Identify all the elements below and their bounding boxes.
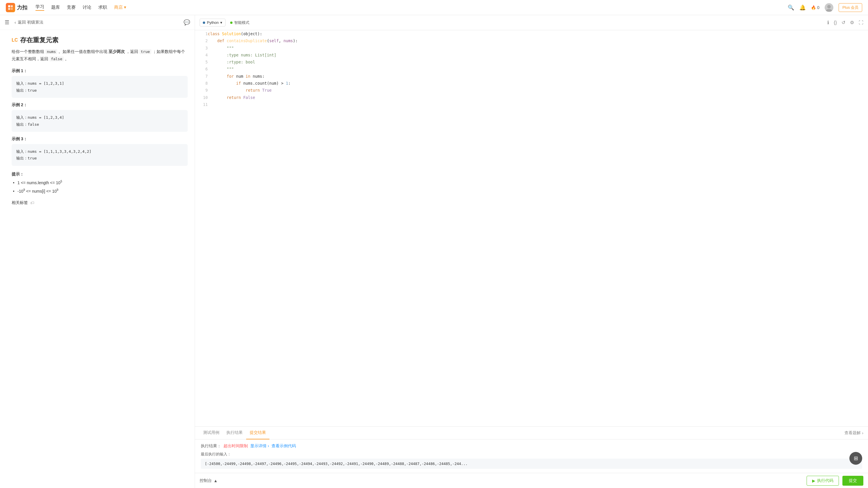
float-icon: ⊞ xyxy=(854,455,858,461)
back-button[interactable]: ‹ 返回 初级算法 xyxy=(14,20,43,25)
nav-right: 🔍 🔔 🔥 0 Plus 会员 xyxy=(788,3,862,12)
example-2-box: 输入：nums = [1,2,3,4] 输出：false xyxy=(12,110,188,132)
svg-rect-3 xyxy=(11,8,13,10)
sidebar-toggle[interactable]: ☰ xyxy=(5,19,9,26)
nav-items: 学习 题库 竞赛 讨论 求职 商店 ▾ xyxy=(35,4,126,11)
nav-item-study[interactable]: 学习 xyxy=(35,4,44,11)
editor-header: Python ▾ 智能模式 ℹ {} ↺ ⚙ ⛶ xyxy=(195,15,868,30)
logo-text: 力扣 xyxy=(17,4,27,11)
nav-item-discuss[interactable]: 讨论 xyxy=(83,5,91,10)
coin-badge: 🔥 0 xyxy=(811,5,819,10)
example-3: 示例 3： 输入：nums = [1,1,1,3,3,4,3,2,4,2] 输出… xyxy=(12,136,188,166)
top-nav: 力扣 学习 题库 竞赛 讨论 求职 商店 ▾ 🔍 🔔 🔥 0 Plus 会员 xyxy=(0,0,868,15)
last-input-label: 最后执行的输入： xyxy=(201,452,862,457)
tab-exec-result[interactable]: 执行结果 xyxy=(223,427,246,439)
python-dot xyxy=(203,22,205,24)
problem-label: LC 存在重复元素 xyxy=(12,36,188,44)
console-label: 控制台 xyxy=(199,478,212,483)
main-layout: ☰ ‹ 返回 初级算法 💬 LC 存在重复元素 给你一个整数数组 nums 。如… xyxy=(0,15,868,488)
code-table: 1 class Solution(object): 2 def contains… xyxy=(195,30,868,108)
svg-rect-1 xyxy=(11,5,13,7)
chat-button[interactable]: 💬 xyxy=(184,19,190,26)
logo-icon xyxy=(6,3,15,12)
reset-button[interactable]: ↺ xyxy=(841,20,845,25)
result-tabs: 测试用例 执行结果 提交结果 查看题解 › xyxy=(195,427,868,439)
lc-badge: LC xyxy=(12,37,18,43)
problem-description: 给你一个整数数组 nums 。如果任一值在数组中出现 至少两次 ，返回 true… xyxy=(12,48,188,63)
left-header: ☰ ‹ 返回 初级算法 💬 xyxy=(0,15,195,30)
svg-point-4 xyxy=(827,5,831,8)
tab-test-cases[interactable]: 测试用例 xyxy=(199,427,223,439)
hint-item-2: -109 <= nums[i] <= 109 xyxy=(18,188,188,194)
smart-dot xyxy=(230,22,232,24)
info-button[interactable]: ℹ xyxy=(827,20,829,25)
smart-mode: 智能模式 xyxy=(230,20,249,25)
editor-toolbar: ℹ {} ↺ ⚙ ⛶ xyxy=(827,20,863,25)
nav-item-shop[interactable]: 商店 ▾ xyxy=(114,5,126,10)
submit-button[interactable]: 提交 xyxy=(842,476,863,486)
hint-list: 1 <= nums.length <= 105 -109 <= nums[i] … xyxy=(12,179,188,194)
settings-button[interactable]: ⚙ xyxy=(850,20,854,25)
bottom-bar: 控制台 ▲ ▶ 执行代码 提交 xyxy=(195,473,868,488)
code-line-11: 11 xyxy=(195,101,868,108)
language-selector[interactable]: Python ▾ xyxy=(199,19,225,27)
example-code-link[interactable]: 查看示例代码 xyxy=(272,444,296,449)
hamburger-icon: ☰ xyxy=(5,20,9,25)
example-2: 示例 2： 输入：nums = [1,2,3,4] 输出：false xyxy=(12,102,188,132)
exec-result-row: 执行结果： 超出时间限制 显示详情 › 查看示例代码 xyxy=(201,444,862,449)
right-panel: Python ▾ 智能模式 ℹ {} ↺ ⚙ ⛶ 1 class xyxy=(195,15,868,488)
console-button[interactable]: 控制台 ▲ xyxy=(199,478,218,483)
example-3-title: 示例 3： xyxy=(12,136,188,142)
language-label: Python xyxy=(207,20,219,25)
code-line-3: 3 """ xyxy=(195,44,868,52)
format-button[interactable]: {} xyxy=(834,20,837,25)
logo[interactable]: 力扣 xyxy=(6,3,27,12)
left-panel: ☰ ‹ 返回 初级算法 💬 LC 存在重复元素 给你一个整数数组 nums 。如… xyxy=(0,15,195,488)
view-solution-link[interactable]: 查看题解 › xyxy=(844,430,863,436)
exec-result-label: 执行结果： xyxy=(201,444,221,449)
nav-item-contest[interactable]: 竞赛 xyxy=(67,5,76,10)
code-line-1: 1 class Solution(object): xyxy=(195,30,868,37)
play-icon: ▶ xyxy=(812,479,815,483)
nav-item-jobs[interactable]: 求职 xyxy=(98,5,107,10)
search-button[interactable]: 🔍 xyxy=(788,4,794,11)
svg-point-5 xyxy=(826,9,832,12)
code-area[interactable]: 1 class Solution(object): 2 def contains… xyxy=(195,30,868,426)
tab-submit-result[interactable]: 提交结果 xyxy=(246,427,270,439)
hint-title: 提示： xyxy=(12,172,188,177)
float-button[interactable]: ⊞ xyxy=(849,452,862,465)
problem-title: 存在重复元素 xyxy=(20,36,59,44)
code-line-9: 9 return True xyxy=(195,87,868,94)
chevron-down-icon: ▾ xyxy=(220,20,222,25)
code-line-7: 7 for num in nums: xyxy=(195,73,868,80)
plus-member-button[interactable]: Plus 会员 xyxy=(839,3,862,12)
avatar[interactable] xyxy=(825,3,833,12)
result-content: 执行结果： 超出时间限制 显示详情 › 查看示例代码 最后执行的输入： [-24… xyxy=(195,439,868,473)
svg-rect-0 xyxy=(8,5,10,7)
example-1-title: 示例 1： xyxy=(12,68,188,73)
exec-error-text[interactable]: 超出时间限制 xyxy=(223,444,248,449)
example-3-box: 输入：nums = [1,1,1,3,3,4,3,2,4,2] 输出：true xyxy=(12,144,188,166)
left-content: LC 存在重复元素 给你一个整数数组 nums 。如果任一值在数组中出现 至少两… xyxy=(0,30,195,488)
hint-item-1: 1 <= nums.length <= 105 xyxy=(18,179,188,186)
notification-button[interactable]: 🔔 xyxy=(799,4,806,11)
code-line-10: 10 return False xyxy=(195,94,868,101)
tag-icon[interactable]: 🏷 xyxy=(30,201,34,205)
nav-item-problems[interactable]: 题库 xyxy=(51,5,60,10)
detail-link[interactable]: 显示详情 › xyxy=(250,444,269,449)
run-code-button[interactable]: ▶ 执行代码 xyxy=(807,476,839,486)
bottom-panel: 测试用例 执行结果 提交结果 查看题解 › 执行结果： 超出时间限制 显示详情 … xyxy=(195,426,868,473)
input-display: [-24500,-24499,-24498,-24497,-24496,-244… xyxy=(201,459,862,469)
code-line-5: 5 :rtype: bool xyxy=(195,59,868,65)
svg-rect-2 xyxy=(8,8,10,10)
code-line-4: 4 :type nums: List[int] xyxy=(195,52,868,59)
example-2-title: 示例 2： xyxy=(12,102,188,108)
code-line-8: 8 if nums.count(num) > 1: xyxy=(195,80,868,87)
code-line-6: 6 """ xyxy=(195,65,868,72)
example-1: 示例 1： 输入：nums = [1,2,3,1] 输出：true xyxy=(12,68,188,98)
chevron-up-icon: ▲ xyxy=(214,479,218,483)
code-line-2: 2 def containsDuplicate(self, nums): xyxy=(195,37,868,44)
tags-label: 相关标签 xyxy=(12,200,28,206)
fullscreen-button[interactable]: ⛶ xyxy=(859,20,863,25)
tags-section: 相关标签 🏷 xyxy=(12,200,188,206)
